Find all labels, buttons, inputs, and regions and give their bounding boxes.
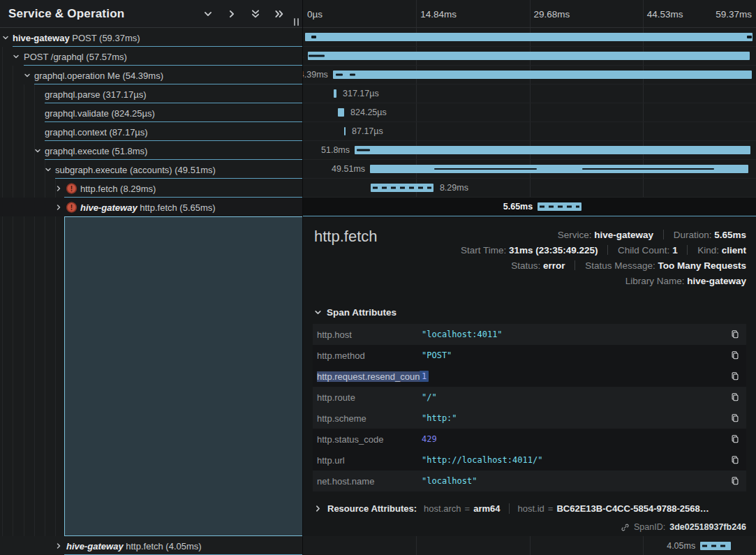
- attr-key: http.url: [317, 455, 422, 466]
- meta-label: Start Time:: [461, 245, 506, 256]
- attr-key: http.request.resend_count: [317, 371, 422, 382]
- chevron-down-icon[interactable]: [45, 166, 52, 173]
- timeline-row[interactable]: 57.57ms: [303, 47, 756, 66]
- chevron-down-icon[interactable]: [13, 53, 20, 60]
- span-bar[interactable]: [338, 108, 344, 117]
- chevron-down-icon[interactable]: [34, 147, 41, 154]
- span-bar[interactable]: [355, 146, 750, 154]
- span-bar[interactable]: [333, 71, 752, 79]
- ruler-tick-label: 59.37ms: [716, 8, 752, 19]
- resource-attr-key: host.arch: [424, 503, 461, 514]
- copy-icon[interactable]: [730, 434, 740, 444]
- chevrons-right-icon[interactable]: [274, 9, 284, 19]
- meta-value: 5.65ms: [714, 230, 746, 240]
- span-row-root-post[interactable]: hive-gateway POST (59.37ms): [0, 28, 302, 47]
- attr-key: http.status_code: [317, 434, 422, 445]
- resource-attributes-row[interactable]: Resource Attributes: host.arch = arm64 h…: [303, 491, 756, 514]
- span-row-subgraph-execute[interactable]: subgraph.execute (accounts) (49.51ms): [0, 160, 302, 179]
- span-bar[interactable]: [371, 184, 433, 192]
- panel-title: Service & Operation: [8, 7, 124, 21]
- span-row-post-graphql[interactable]: POST /graphql (57.57ms): [0, 47, 302, 66]
- copy-icon[interactable]: [730, 350, 740, 360]
- expanded-span-region: [64, 216, 302, 536]
- chevron-right-icon[interactable]: [55, 185, 62, 192]
- timeline-panel: 0µs 14.84ms 29.68ms 44.53ms 59.37ms 57.5…: [303, 0, 756, 555]
- span-bar[interactable]: [700, 542, 731, 550]
- bar-tick: [357, 149, 370, 151]
- copy-icon[interactable]: [730, 392, 740, 402]
- meta-separator: [607, 245, 608, 255]
- timeline-row[interactable]: 8.29ms: [303, 179, 756, 198]
- span-bar[interactable]: [308, 52, 750, 60]
- copy-icon[interactable]: [730, 413, 740, 423]
- attr-row[interactable]: http.scheme "http:": [313, 408, 746, 429]
- attr-row[interactable]: http.status_code 429: [313, 429, 746, 450]
- link-icon[interactable]: [621, 523, 630, 532]
- ruler-tick-label: 44.53ms: [647, 8, 683, 19]
- timeline-rows: 57.57ms 54.39ms 317.17µs 824.25µs 87.17µ: [303, 28, 756, 216]
- duration-label: 8.29ms: [433, 183, 468, 193]
- attr-key: http.host: [317, 330, 422, 340]
- duration-label: 57.57ms: [303, 51, 308, 61]
- chevron-right-icon[interactable]: [55, 542, 62, 549]
- chevron-right-icon[interactable]: [227, 9, 237, 19]
- attr-row[interactable]: net.host.name "localhost": [313, 471, 746, 491]
- span-row-graphql-execute[interactable]: graphql.execute (51.8ms): [0, 141, 302, 160]
- attr-key: http.route: [317, 392, 422, 403]
- timeline-row[interactable]: [303, 28, 756, 47]
- span-attributes-header[interactable]: Span Attributes: [303, 292, 756, 324]
- span-row-http-fetch-3[interactable]: hive-gateway http.fetch (4.05ms): [0, 536, 302, 555]
- timeline-row[interactable]: 49.51ms: [303, 160, 756, 179]
- timeline-row-bottom[interactable]: 4.05ms: [303, 536, 756, 555]
- meta-value: error: [543, 260, 565, 271]
- span-row-graphql-context[interactable]: graphql.context (87.17µs): [0, 122, 302, 141]
- timeline-row-selected[interactable]: 5.65ms: [303, 198, 756, 216]
- chevron-right-icon[interactable]: [55, 204, 62, 211]
- copy-icon[interactable]: [730, 371, 740, 381]
- span-row-graphql-operation[interactable]: graphql.operation Me (54.39ms): [0, 66, 302, 84]
- panel-resize-handle[interactable]: [294, 18, 299, 26]
- attr-key: net.host.name: [317, 476, 422, 487]
- duration-label: 824.25µs: [344, 108, 387, 117]
- chevron-down-icon[interactable]: [203, 9, 213, 19]
- meta-value: client: [722, 245, 746, 256]
- attr-row-highlighted[interactable]: http.request.resend_count 1: [313, 366, 746, 387]
- ruler-tick-label: 29.68ms: [534, 8, 570, 19]
- timeline-row[interactable]: 317.17µs: [303, 84, 756, 103]
- copy-icon[interactable]: [730, 455, 740, 465]
- span-bar[interactable]: [538, 202, 581, 211]
- copy-icon[interactable]: [730, 330, 740, 339]
- span-bar[interactable]: [305, 33, 753, 41]
- timeline-row[interactable]: 54.39ms: [303, 66, 756, 84]
- chevron-down-icon[interactable]: [24, 72, 31, 79]
- bar-tick: [309, 55, 325, 57]
- timeline-ruler[interactable]: 0µs 14.84ms 29.68ms 44.53ms 59.37ms: [303, 0, 756, 28]
- meta-value: hive-gateway: [594, 230, 653, 240]
- attr-row[interactable]: http.route "/": [313, 387, 746, 408]
- attr-row[interactable]: http.url "http://localhost:4011/": [313, 450, 746, 471]
- chevrons-down-icon[interactable]: [251, 9, 260, 19]
- chevron-down-icon[interactable]: [2, 34, 9, 41]
- bar-tick: [350, 74, 355, 76]
- span-row-graphql-validate[interactable]: graphql.validate (824.25µs): [0, 103, 302, 122]
- ruler-tick-label: 14.84ms: [420, 8, 457, 19]
- meta-label: Kind:: [697, 245, 719, 256]
- span-row-graphql-parse[interactable]: graphql.parse (317.17µs): [0, 84, 302, 103]
- attr-row[interactable]: http.host "localhost:4011": [313, 324, 746, 345]
- timeline-row[interactable]: 87.17µs: [303, 122, 756, 141]
- resource-attr-key: host.id: [518, 503, 544, 514]
- span-row-http-fetch-2-selected[interactable]: ! hive-gateway http.fetch (5.65ms): [0, 198, 302, 216]
- copy-icon[interactable]: [730, 476, 740, 486]
- bar-tick: [311, 36, 316, 38]
- duration-label: 317.17µs: [336, 89, 379, 98]
- tree-header: Service & Operation: [0, 0, 302, 28]
- meta-value: Too Many Requests: [658, 260, 746, 271]
- trace-viewer: Service & Operation hive-gateway POST (5…: [0, 0, 756, 555]
- attr-value: "localhost:4011": [422, 330, 503, 339]
- meta-value: 31ms (23:35:49.225): [509, 245, 598, 256]
- timeline-row[interactable]: 824.25µs: [303, 103, 756, 122]
- duration-label: 87.17µs: [346, 126, 383, 136]
- span-row-http-fetch-1[interactable]: ! http.fetch (8.29ms): [0, 179, 302, 198]
- timeline-row[interactable]: 51.8ms: [303, 141, 756, 160]
- attr-row[interactable]: http.method "POST": [313, 345, 746, 366]
